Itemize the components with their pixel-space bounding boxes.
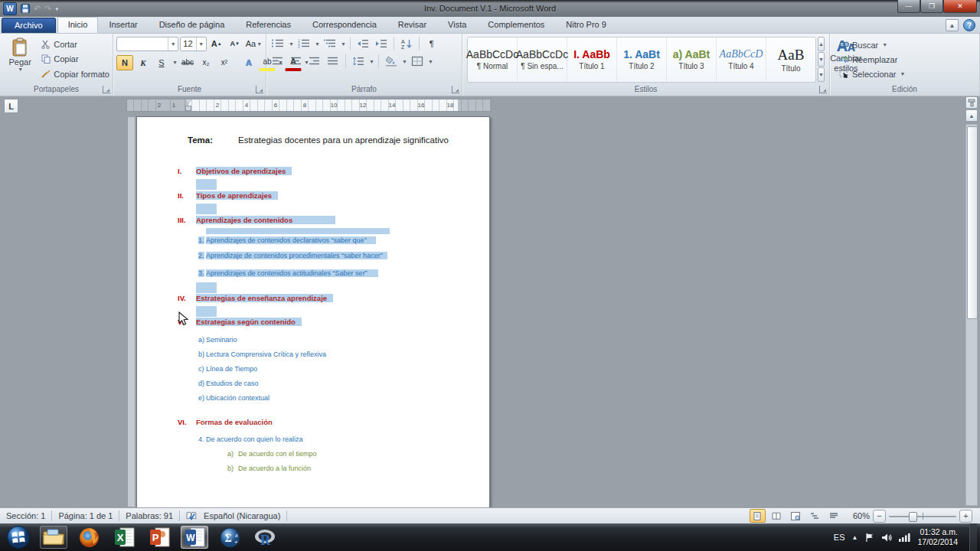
outline-item[interactable]: VI.Formas de evaluación <box>137 417 489 429</box>
ruler-toggle-icon[interactable] <box>965 96 978 109</box>
print-layout-view-icon[interactable] <box>750 509 766 523</box>
taskbar-firefox-icon[interactable] <box>75 526 103 549</box>
draft-view-icon[interactable] <box>826 509 842 523</box>
line-spacing-button[interactable] <box>350 54 367 69</box>
section-indicator[interactable]: Sección: 1 <box>6 511 45 520</box>
scrollbar-track[interactable] <box>965 124 978 506</box>
document-page[interactable]: Tema: Estrategias docentes para un apren… <box>136 116 490 507</box>
show-marks-button[interactable]: ¶ <box>423 36 440 51</box>
font-size-combo[interactable]: 12 ▼ <box>180 37 206 51</box>
tab-vista[interactable]: Vista <box>437 17 477 33</box>
vertical-scrollbar[interactable]: ▲ <box>965 96 978 507</box>
web-layout-view-icon[interactable] <box>788 509 804 523</box>
fullscreen-reading-view-icon[interactable] <box>769 509 785 523</box>
multilevel-list-button[interactable] <box>322 36 338 51</box>
tab-inicio[interactable]: Inicio <box>57 17 99 33</box>
copy-button[interactable]: Copiar <box>41 53 109 66</box>
grow-font-button[interactable]: A▲ <box>208 36 225 51</box>
outline-item[interactable]: a)Seminario <box>137 335 489 347</box>
align-right-button[interactable] <box>306 54 323 69</box>
styles-scroll-up-icon[interactable]: ▲ <box>818 37 825 51</box>
find-button[interactable]: Buscar▼ <box>839 38 975 51</box>
outline-item[interactable]: 2.Aprendizaje de contenidos procedimenta… <box>137 251 489 262</box>
outline-item[interactable]: 4.De acuerdo con quien lo realiza <box>137 435 489 446</box>
zoom-in-button[interactable]: + <box>959 510 972 523</box>
document-heading[interactable]: Tema: Estrategias docentes para un apren… <box>137 135 489 146</box>
style-t-tulo[interactable]: AaBTítulo <box>766 37 815 82</box>
taskbar-r-icon[interactable]: R <box>251 526 279 549</box>
minimize-button[interactable]: — <box>897 0 920 13</box>
close-button[interactable]: ✕ <box>943 0 977 13</box>
outline-item[interactable]: a)De acuerdo con el tiempo <box>137 449 489 461</box>
format-painter-button[interactable]: Copiar formato <box>41 67 109 80</box>
style-t-tulo-4[interactable]: AaBbCcDTítulo 4 <box>717 37 766 82</box>
language-indicator[interactable]: Español (Nicaragua) <box>204 511 280 520</box>
font-dialog-launcher-icon[interactable] <box>256 86 263 93</box>
outline-item[interactable]: 3.Aprendizajes de contenidos actitudinal… <box>137 269 489 280</box>
bold-button[interactable]: N <box>116 55 133 70</box>
outline-item[interactable]: b)De acuerdo a la función <box>137 464 489 475</box>
font-name-combo[interactable]: ▼ <box>116 37 178 51</box>
paste-dropdown-icon[interactable]: ▼ <box>18 67 23 72</box>
outline-item[interactable]: b)Lectura Comprensiva Crítica y reflexiv… <box>137 350 489 361</box>
vertical-ruler[interactable] <box>127 116 136 507</box>
page-indicator[interactable]: Página: 1 de 1 <box>58 511 113 520</box>
outline-item[interactable]: III.Aprendizajes de contenidos <box>137 215 489 227</box>
tab-stop-selector[interactable]: L <box>4 99 18 113</box>
word-count[interactable]: Palabras: 91 <box>126 511 173 520</box>
outline-item[interactable]: d)Estudios de caso <box>137 379 489 390</box>
sort-button[interactable]: AZ <box>398 36 415 51</box>
show-hidden-icons-icon[interactable]: ▲ <box>852 534 858 541</box>
outline-item[interactable]: 1.Aprendizajes de contenidos declarativo… <box>137 236 489 247</box>
language-bar[interactable]: ES <box>834 533 845 542</box>
tab-correspondencia[interactable]: Correspondencia <box>302 17 387 33</box>
font-size-dropdown-icon[interactable]: ▼ <box>196 37 206 51</box>
taskbar-clock[interactable]: 01:32 a.m. 17/02/2014 <box>917 527 962 547</box>
network-icon[interactable] <box>899 533 910 542</box>
shading-button[interactable] <box>383 54 400 69</box>
paragraph-dialog-launcher-icon[interactable] <box>452 86 459 93</box>
paste-button[interactable]: Pegar ▼ <box>3 36 37 83</box>
change-case-button[interactable]: Aa▼ <box>245 36 263 51</box>
borders-button[interactable] <box>409 54 426 69</box>
bullets-button[interactable] <box>270 36 286 51</box>
italic-button[interactable]: K <box>135 55 152 70</box>
tab-nitro-pro-9[interactable]: Nitro Pro 9 <box>555 17 617 33</box>
taskbar-powerpoint-icon[interactable]: P <box>145 526 173 549</box>
clipboard-dialog-launcher-icon[interactable] <box>103 86 110 93</box>
replace-button[interactable]: a Reemplazar <box>839 53 975 66</box>
select-button[interactable]: Seleccionar▼ <box>839 67 975 80</box>
strikethrough-button[interactable]: abc <box>179 55 196 70</box>
taskbar-excel-icon[interactable]: X <box>110 526 138 549</box>
increase-indent-button[interactable] <box>373 36 390 51</box>
taskbar-spss-icon[interactable]: Σa+ <box>216 526 243 549</box>
style-sin-espa[interactable]: AaBbCcDc¶ Sin espa... <box>518 37 567 82</box>
shrink-font-button[interactable]: A▼ <box>227 36 243 51</box>
scrollbar-thumb[interactable] <box>967 126 978 319</box>
outline-view-icon[interactable] <box>807 509 823 523</box>
style-normal[interactable]: AaBbCcDc¶ Normal <box>468 37 518 82</box>
help-icon[interactable]: ? <box>963 19 975 31</box>
outline-item[interactable]: I.Objetivos de aprendizajes <box>137 166 489 178</box>
zoom-out-button[interactable]: − <box>873 510 886 523</box>
outline-item[interactable]: II.Tipos de aprendizajes <box>137 191 489 203</box>
taskbar-start-button[interactable] <box>5 526 32 549</box>
underline-dropdown-icon[interactable]: ▼ <box>172 60 178 65</box>
zoom-slider[interactable] <box>889 510 956 522</box>
numbering-button[interactable]: 123 <box>296 36 312 51</box>
font-name-dropdown-icon[interactable]: ▼ <box>168 37 178 51</box>
tab-referencias[interactable]: Referencias <box>235 17 302 33</box>
align-left-button[interactable] <box>270 54 286 69</box>
horizontal-ruler[interactable]: 2124681012141618 <box>126 99 492 112</box>
style-t-tulo-2[interactable]: 1. AaBtTítulo 2 <box>617 37 667 82</box>
spellcheck-icon[interactable] <box>186 511 198 521</box>
underline-button[interactable]: S <box>153 55 170 70</box>
styles-more-icon[interactable]: ▼ <box>818 67 825 82</box>
minimize-ribbon-icon[interactable]: ▲ <box>946 19 959 31</box>
tab-dise-o-de-p-gina[interactable]: Diseño de página <box>149 17 236 33</box>
align-center-button[interactable] <box>288 54 305 69</box>
subscript-button[interactable]: x₂ <box>198 55 214 70</box>
volume-icon[interactable] <box>881 533 892 543</box>
tab-archivo[interactable]: Archivo <box>2 18 56 33</box>
zoom-level[interactable]: 60% <box>853 511 870 520</box>
